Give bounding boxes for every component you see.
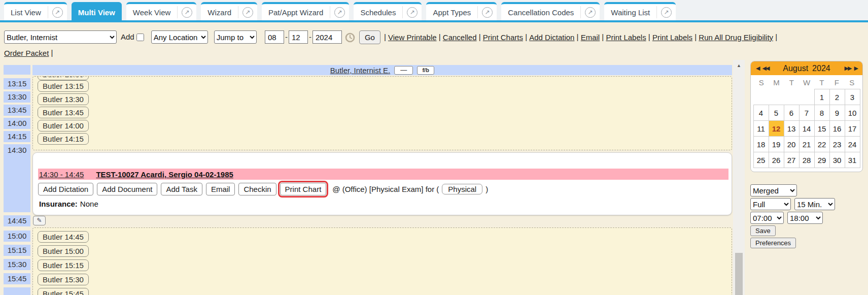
link-cancelled[interactable]: Cancelled <box>443 33 477 42</box>
calendar-day-30[interactable]: 30 <box>829 152 845 168</box>
appointment-time-link[interactable]: 14:30 - 14:45 <box>39 170 84 179</box>
email-button[interactable]: Email <box>206 183 235 195</box>
scrollbar-thumb[interactable] <box>735 253 743 295</box>
merge-view-select[interactable]: Merged <box>750 184 797 196</box>
slot-button-butler-13-00[interactable]: Butler 13:00 <box>38 76 89 80</box>
jump-to-select[interactable]: Jump to <box>214 30 257 44</box>
calendar-day-10[interactable]: 10 <box>845 105 860 121</box>
calendar-day-31[interactable]: 31 <box>845 152 860 168</box>
slot-button-butler-14-00[interactable]: Butler 14:00 <box>38 120 89 132</box>
slot-button-butler-15-30[interactable]: Butler 15:30 <box>38 274 89 285</box>
schedule-scrollbar[interactable]: ▲ <box>733 60 745 295</box>
calendar-prev-month-icon[interactable]: ◀ <box>754 65 760 72</box>
calendar-day-11[interactable]: 11 <box>753 121 769 137</box>
calendar-day-7[interactable]: 7 <box>799 105 814 121</box>
link-print-labels[interactable]: Print Labels <box>652 33 692 42</box>
link-order-packet[interactable]: Order Packet <box>4 49 49 57</box>
calendar-day-29[interactable]: 29 <box>814 152 829 168</box>
calendar-day-17[interactable]: 17 <box>845 121 860 137</box>
slot-button-butler-14-15[interactable]: Butler 14:15 <box>38 133 89 145</box>
calendar-day-12[interactable]: 12 <box>769 121 784 137</box>
tab-multi-view[interactable]: Multi View <box>72 2 122 20</box>
slot-button-butler-15-00[interactable]: Butler 15:00 <box>38 245 89 257</box>
end-time-select[interactable]: 18:00 <box>787 212 823 224</box>
add-task-button[interactable]: Add Task <box>161 183 202 195</box>
tab-schedules[interactable]: Schedules↗ <box>354 2 422 20</box>
print-chart-button[interactable]: Print Chart <box>280 183 327 195</box>
calendar-day-1[interactable]: 1 <box>814 89 829 105</box>
start-time-select[interactable]: 07:00 <box>750 212 784 224</box>
add-document-button[interactable]: Add Document <box>97 183 157 195</box>
calendar-day-13[interactable]: 13 <box>784 121 799 137</box>
calendar-day-28[interactable]: 28 <box>799 152 814 168</box>
calendar-day-23[interactable]: 23 <box>829 137 845 152</box>
provider-select[interactable]: Butler, Internist <box>4 30 117 44</box>
calendar-day-9[interactable]: 9 <box>829 105 845 121</box>
scroll-up-icon[interactable]: ▲ <box>733 60 745 71</box>
calendar-day-20[interactable]: 20 <box>784 137 799 152</box>
calendar-day-14[interactable]: 14 <box>799 121 814 137</box>
tab-pat-appt-wizard[interactable]: Pat/Appt Wizard↗ <box>262 2 349 20</box>
go-button[interactable]: Go <box>359 30 380 44</box>
appointment-type-button[interactable]: Physical <box>442 184 482 194</box>
edit-slot-button[interactable]: ✎ <box>33 216 46 225</box>
calendar-day-21[interactable]: 21 <box>799 137 814 152</box>
calendar-next-month-icon[interactable]: ▶ <box>853 65 859 72</box>
open-in-new-icon[interactable]: ↗ <box>334 7 345 18</box>
add-dictation-button[interactable]: Add Dictation <box>38 183 93 195</box>
size-select[interactable]: Full <box>750 198 791 210</box>
provider-header-link[interactable]: Butler, Internist E. <box>330 66 390 75</box>
tab-wizard[interactable]: Wizard↗ <box>201 2 257 20</box>
calendar-day-6[interactable]: 6 <box>784 105 799 121</box>
add-checkbox[interactable] <box>136 34 144 41</box>
calendar-day-18[interactable]: 18 <box>753 137 769 152</box>
calendar-day-15[interactable]: 15 <box>814 121 829 137</box>
calendar-next-year-icon[interactable]: ▶▶ <box>843 65 853 72</box>
slot-button-butler-15-45[interactable]: Butler 15:45 <box>38 288 89 295</box>
fb-button[interactable]: f/b <box>417 66 434 75</box>
link-view-printable[interactable]: View Printable <box>388 33 437 42</box>
link-print-labels[interactable]: Print Labels <box>606 33 646 42</box>
calendar-day-25[interactable]: 25 <box>753 152 769 168</box>
calendar-day-22[interactable]: 22 <box>814 137 829 152</box>
checkin-button[interactable]: Checkin <box>238 183 276 195</box>
link-email[interactable]: Email <box>581 33 600 42</box>
calendar-day-26[interactable]: 26 <box>769 152 784 168</box>
calendar-prev-year-icon[interactable]: ◀◀ <box>760 65 770 72</box>
minimize-column-button[interactable]: — <box>394 66 413 75</box>
calendar-day-19[interactable]: 19 <box>769 137 784 152</box>
interval-select[interactable]: 15 Min. <box>794 198 835 210</box>
patient-link[interactable]: TEST-10027 Acardi, Sergio 04-02-1985 <box>96 170 233 179</box>
calendar-day-16[interactable]: 16 <box>829 121 845 137</box>
calendar-day-5[interactable]: 5 <box>769 105 784 121</box>
open-in-new-icon[interactable]: ↗ <box>661 7 672 18</box>
slot-button-butler-13-45[interactable]: Butler 13:45 <box>38 107 89 118</box>
calendar-day-27[interactable]: 27 <box>784 152 799 168</box>
link-add-dictation[interactable]: Add Dictation <box>529 33 574 42</box>
tab-appt-types[interactable]: Appt Types↗ <box>426 2 497 20</box>
calendar-day-4[interactable]: 4 <box>753 105 769 121</box>
calendar-day-24[interactable]: 24 <box>845 137 860 152</box>
date-day-input[interactable] <box>289 30 308 44</box>
slot-button-butler-15-15[interactable]: Butler 15:15 <box>38 259 89 271</box>
tab-week-view[interactable]: Week View↗ <box>126 2 196 20</box>
open-in-new-icon[interactable]: ↗ <box>482 7 493 18</box>
open-in-new-icon[interactable]: ↗ <box>407 7 418 18</box>
calendar-day-8[interactable]: 8 <box>814 105 829 121</box>
calendar-day-3[interactable]: 3 <box>845 89 860 105</box>
date-year-input[interactable] <box>313 30 342 44</box>
date-month-input[interactable] <box>265 30 284 44</box>
tab-waiting-list[interactable]: Waiting List↗ <box>604 2 676 20</box>
open-in-new-icon[interactable]: ↗ <box>585 7 596 18</box>
location-select[interactable]: Any Location <box>151 30 208 44</box>
tab-list-view[interactable]: List View↗ <box>4 2 67 20</box>
save-button[interactable]: Save <box>750 225 776 236</box>
tab-cancellation-codes[interactable]: Cancellation Codes↗ <box>501 2 600 20</box>
link-run-all-drug-eligibility[interactable]: Run All Drug Eligibility <box>699 33 773 42</box>
slot-button-butler-13-30[interactable]: Butler 13:30 <box>38 93 89 105</box>
preferences-button[interactable]: Preferences <box>750 238 796 248</box>
slot-button-butler-13-15[interactable]: Butler 13:15 <box>38 80 89 92</box>
calendar-day-2[interactable]: 2 <box>829 89 845 105</box>
open-in-new-icon[interactable]: ↗ <box>52 7 63 18</box>
slot-button-butler-14-45[interactable]: Butler 14:45 <box>38 231 89 243</box>
